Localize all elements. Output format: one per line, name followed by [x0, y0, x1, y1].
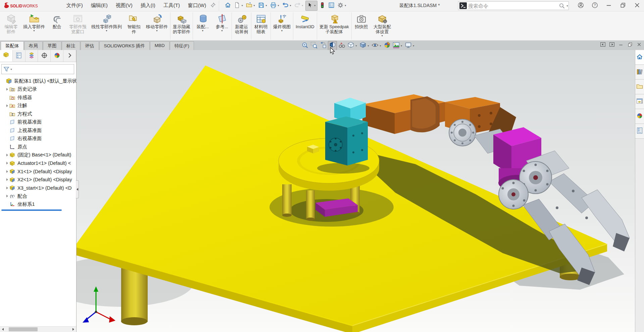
- dropdown-arrow-icon[interactable]: ▼: [105, 29, 108, 32]
- filter-input[interactable]: [12, 67, 74, 72]
- dropdown-arrow-icon[interactable]: ▼: [265, 4, 267, 7]
- dropdown-arrow-icon[interactable]: ▼: [202, 29, 204, 32]
- dropdown-arrow-icon[interactable]: ▼: [301, 4, 304, 7]
- tree-item-row-3[interactable]: A注解: [0, 102, 76, 110]
- search-dropdown-icon[interactable]: ▼: [566, 5, 568, 7]
- tree-item-row-8[interactable]: 原点: [0, 143, 76, 151]
- tree-item-x2-1-default-display[interactable]: X2<1> (Default) <Display: [0, 176, 76, 184]
- dropdown-arrow-icon[interactable]: ▼: [253, 4, 255, 7]
- panel-tab-propertymanager[interactable]: [13, 50, 26, 62]
- tab-8[interactable]: 特征(F): [170, 41, 194, 50]
- dropdown-arrow-icon[interactable]: ▼: [314, 4, 316, 7]
- dropdown-arrow-icon[interactable]: ▼: [281, 29, 283, 32]
- ribbon-motion-study-button[interactable]: 新建运动算例: [232, 12, 251, 40]
- dropdown-arrow-icon[interactable]: ▼: [156, 29, 158, 32]
- tree-item-x1-1-default-display[interactable]: X1<1> (Default) <Display: [0, 168, 76, 176]
- tree-item-row-7[interactable]: 右视基准面: [0, 135, 76, 143]
- edit-appearance-button[interactable]: [383, 41, 391, 50]
- ribbon-insert-component-button[interactable]: 插入零部件▼: [21, 12, 47, 40]
- ribbon-linear-pattern-button[interactable]: 线性零部件阵列▼: [89, 12, 124, 40]
- expand-arrow-icon[interactable]: [5, 195, 9, 197]
- hide-show-items-button[interactable]: ▼: [371, 41, 382, 50]
- tree-filter[interactable]: ▼: [1, 64, 74, 74]
- save-button[interactable]: ▼: [257, 1, 268, 10]
- taskpane-appearances-button[interactable]: [635, 109, 644, 124]
- pane-collapse-left-button[interactable]: [600, 42, 606, 48]
- view-settings-button[interactable]: ▼: [404, 41, 415, 50]
- panel-tab-configurationmanager[interactable]: [26, 50, 38, 62]
- doc-close-button[interactable]: [636, 42, 642, 48]
- ribbon-mate-button[interactable]: 配合: [47, 12, 67, 40]
- tree-item-row-5[interactable]: 前视基准面: [0, 118, 76, 127]
- ribbon-bill-of-materials-button[interactable]: 材料明细表: [251, 12, 271, 40]
- dropdown-arrow-icon[interactable]: ▼: [412, 45, 415, 47]
- options-gear-button[interactable]: ▼: [336, 1, 348, 10]
- select-cursor-button[interactable]: ▼: [305, 1, 317, 11]
- tree-item-root[interactable]: 装配体1 (默认) <默认_显示状态...: [0, 77, 76, 85]
- zoom-to-area-button[interactable]: [310, 41, 318, 50]
- ribbon-smart-fasteners-button[interactable]: 智能扣件: [124, 12, 144, 40]
- tab-4[interactable]: 标注: [62, 41, 80, 50]
- tree-item-row-2[interactable]: 传感器: [0, 93, 76, 102]
- help-button[interactable]: ?: [588, 0, 602, 11]
- taskpane-tp-home-button[interactable]: [635, 50, 644, 65]
- expand-arrow-icon[interactable]: [5, 170, 9, 173]
- tree-item-row-6[interactable]: 上视基准面: [0, 126, 76, 135]
- undo-button[interactable]: ▼: [281, 1, 293, 10]
- graphics-area[interactable]: [77, 50, 635, 332]
- panel-tab-panel-expand[interactable]: [63, 50, 76, 62]
- menu-item-1[interactable]: 文件(F): [63, 1, 86, 10]
- tab-5[interactable]: 评估: [81, 41, 99, 50]
- minimize-button[interactable]: [602, 0, 616, 11]
- dropdown-arrow-icon[interactable]: ▼: [344, 4, 347, 7]
- zoom-to-fit-button[interactable]: [301, 41, 309, 50]
- ribbon-take-snapshot-button[interactable]: 拍快照: [352, 12, 371, 40]
- scroll-thumb[interactable]: [9, 327, 38, 331]
- expand-arrow-icon[interactable]: [5, 104, 9, 107]
- redo-button[interactable]: ▼: [293, 1, 305, 10]
- expand-arrow-icon[interactable]: [5, 88, 9, 91]
- ribbon-move-component-button[interactable]: 移动零部件▼: [144, 12, 170, 40]
- menu-item-2[interactable]: 编辑(E): [88, 1, 111, 10]
- tree-item-row-4[interactable]: Σ方程式: [0, 110, 76, 118]
- close-button[interactable]: [630, 0, 644, 11]
- menu-item-3[interactable]: 视图(V): [112, 1, 136, 10]
- tab-6[interactable]: SOLIDWORKS 插件: [99, 41, 150, 50]
- tree-item-actuator1-1-default[interactable]: Actuator1<1> (Default) <: [0, 159, 76, 168]
- display-style-button[interactable]: ▼: [359, 41, 370, 50]
- ribbon-large-assembly-settings-button[interactable]: 大型装配体设置▼: [371, 12, 393, 40]
- new-document-button[interactable]: ▼: [233, 1, 244, 10]
- menu-item-6[interactable]: 窗口(W): [185, 1, 209, 10]
- restore-button[interactable]: [616, 0, 630, 11]
- annotation-visibility-button[interactable]: A: [338, 41, 346, 50]
- section-view-button[interactable]: [328, 41, 337, 50]
- ribbon-instant3d-button[interactable]: Instant3D: [293, 12, 317, 40]
- tab-1[interactable]: 装配体: [1, 41, 24, 50]
- dropdown-arrow-icon[interactable]: ▼: [355, 45, 357, 47]
- dropdown-arrow-icon[interactable]: ▼: [381, 34, 383, 37]
- tree-horizontal-scrollbar[interactable]: [0, 326, 76, 332]
- tab-7[interactable]: MBD: [150, 41, 169, 50]
- dropdown-arrow-icon[interactable]: ▼: [400, 45, 403, 47]
- pane-collapse-right-button[interactable]: [609, 42, 615, 48]
- dropdown-arrow-icon[interactable]: ▼: [241, 4, 243, 7]
- ribbon-reference-geometry-button[interactable]: 参考...▼: [212, 12, 232, 40]
- taskpane-custom-properties-button[interactable]: [635, 124, 644, 139]
- menu-item-5[interactable]: 工具(T): [160, 1, 183, 10]
- ribbon-exploded-view-button[interactable]: 爆炸视图▼: [271, 12, 293, 40]
- 3d-scene[interactable]: [77, 50, 635, 332]
- dropdown-arrow-icon[interactable]: ▼: [379, 45, 382, 47]
- dropdown-arrow-icon[interactable]: ▼: [33, 29, 35, 32]
- ribbon-assembly-features-button[interactable]: 装配...▼: [193, 12, 212, 40]
- ribbon-update-speedpak-button[interactable]: !更新 Speedpak子装配体: [317, 12, 352, 40]
- apply-scene-button[interactable]: ▼: [392, 41, 403, 50]
- expand-arrow-icon[interactable]: [5, 162, 9, 164]
- ribbon-show-hidden-button[interactable]: 显示隐藏的零部件: [170, 12, 193, 40]
- rollback-bar[interactable]: [1, 209, 62, 211]
- rebuild-traffic-light-button[interactable]: [318, 1, 327, 10]
- search-magnifier-icon[interactable]: [559, 3, 565, 9]
- dropdown-arrow-icon[interactable]: ▼: [289, 4, 292, 7]
- scroll-left-arrow[interactable]: [0, 327, 6, 332]
- panel-tab-displaymanager[interactable]: [51, 50, 63, 62]
- taskpane-design-library-button[interactable]: [635, 65, 644, 80]
